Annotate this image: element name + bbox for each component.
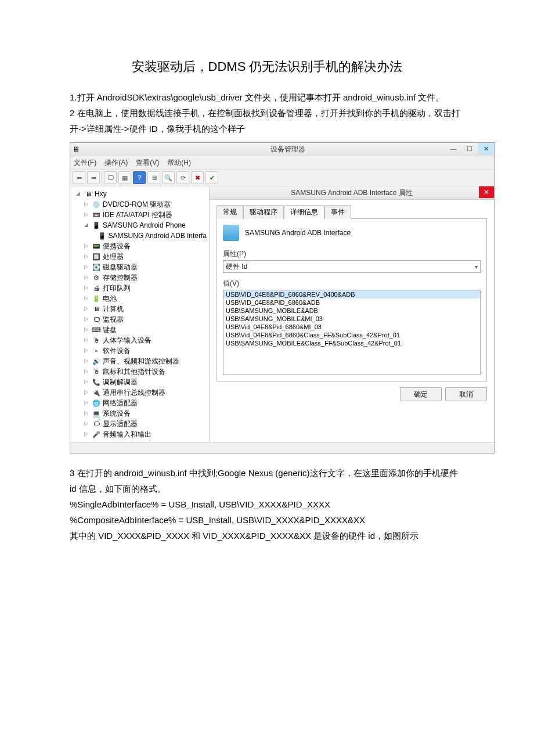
paragraph-3: 3 在打开的 android_winusb.inf 中找到;Google Nex… [70,465,464,496]
code-line-2: %CompositeAdbInterface% = USB_Install, U… [70,512,464,528]
cancel-button[interactable]: 取消 [445,387,487,401]
battery-icon: 🔋 [92,294,100,303]
phone-icon: 📱 [92,221,100,229]
tab-panel-details: SAMSUNG Android ADB Interface 属性(P) 硬件 I… [217,218,487,381]
paragraph-2: 2 在电脑上，使用数据线连接手机，在控制面板找到设备管理器，打开并找到你的手机的… [70,105,464,136]
list-item[interactable]: USB\Vid_04E8&Pid_6860&Class_FF&SubClass_… [223,331,480,339]
tab-events[interactable]: 事件 [324,205,351,219]
keyboard-icon: ⌨ [92,326,100,334]
modem-icon: 📞 [92,378,100,386]
properties-dialog: SAMSUNG Android ADB Interface 属性 ✕ 常规 驱动… [210,186,494,442]
monitor-icon: 🖵 [92,315,100,323]
statusbar [70,442,494,453]
tab-details[interactable]: 详细信息 [284,205,324,219]
minimize-button[interactable]: — [445,143,461,154]
back-icon[interactable]: ⬅ [73,171,85,184]
enable-icon[interactable]: ✔ [205,171,218,184]
sound-icon: 🔊 [92,357,100,365]
software-icon: ▫ [92,347,100,355]
printer-icon: 🖨 [92,284,100,292]
menu-file[interactable]: 文件(F) [74,158,96,168]
network-icon: 🌐 [92,399,100,407]
scan-icon[interactable]: 🔍 [162,171,175,184]
screenshot-device-manager: 🖥 设备管理器 — ☐ ✕ 文件(F) 操作(A) 查看(V) 帮助(H) ⬅ … [70,142,495,453]
list-item[interactable]: USB\VID_04E8&PID_6860&REV_0400&ADB [223,290,480,298]
phone-icon: 📱 [98,232,106,240]
display-icon: 🖵 [92,420,100,428]
menu-view[interactable]: 查看(V) [136,158,159,168]
property-label: 属性(P) [223,249,481,259]
toolbar: ⬅ ➡ 🖵 ▦ ? 🖥 🔍 ⟳ ✖ ✔ [70,170,494,186]
usb-icon: 🔌 [92,388,100,397]
disc-icon: 💿 [92,200,100,208]
tab-general[interactable]: 常规 [217,205,243,219]
cpu-icon: 🔲 [92,253,100,261]
list-item[interactable]: USB\SAMSUNG_MOBILE&MI_03 [223,315,480,323]
computer-icon: 🖥 [92,305,100,313]
window-titlebar: 🖥 设备管理器 — ☐ ✕ [70,143,494,156]
mouse-icon: 🖱 [92,368,100,376]
ok-button[interactable]: 确定 [400,387,442,401]
disk-icon: 💽 [92,263,100,271]
list-item[interactable]: USB\Vid_04E8&Pid_6860&MI_03 [223,323,480,331]
audio-icon: 🎤 [92,430,100,438]
device-name: SAMSUNG Android ADB Interface [245,229,351,237]
hid-icon: 🖱 [92,336,100,344]
screen-icon[interactable]: 🖵 [104,171,117,184]
forward-icon[interactable]: ➡ [87,171,100,184]
remove-icon[interactable]: ✖ [191,171,204,184]
tabs: 常规 驱动程序 详细信息 事件 [210,200,494,218]
tab-driver[interactable]: 驱动程序 [243,205,284,219]
hardware-id-list[interactable]: USB\VID_04E8&PID_6860&REV_0400&ADB USB\V… [223,290,481,375]
dialog-close-button[interactable]: ✕ [479,186,494,198]
ide-icon: 📼 [92,211,100,219]
storage-icon: ⚙ [92,273,100,282]
list-item[interactable]: USB\VID_04E8&PID_6860&ADB [223,298,480,307]
paragraph-1: 1.打开 AndroidSDK\extras\google\usb_driver… [70,89,464,105]
maximize-button[interactable]: ☐ [461,143,478,154]
update-icon[interactable]: ⟳ [176,171,189,184]
properties-title: SAMSUNG Android ADB Interface 属性 [210,188,494,198]
device-tree[interactable]: ◢🖥Hxy ▷💿DVD/CD-ROM 驱动器 ▷📼IDE ATA/ATAPI 控… [70,186,210,442]
property-select[interactable]: 硬件 Id ▾ [223,260,481,273]
menu-help[interactable]: 帮助(H) [167,158,191,168]
paragraph-4: 其中的 VID_XXXX&PID_XXXX 和 VID_XXXX&PID_XXX… [70,528,464,543]
value-label: 值(V) [223,279,481,289]
page-icon[interactable]: ▦ [118,171,131,184]
device-icon [223,225,239,241]
doc-title: 安装驱动后，DDMS 仍无法识别手机的解决办法 [70,58,464,75]
help-icon[interactable]: ? [133,171,146,184]
computer-icon: 🖥 [70,145,82,153]
list-item[interactable]: USB\SAMSUNG_MOBILE&Class_FF&SubClass_42&… [223,339,480,347]
close-button[interactable]: ✕ [478,143,494,154]
menu-action[interactable]: 操作(A) [104,158,128,168]
portable-icon: 📟 [92,242,100,250]
chevron-down-icon: ▾ [475,264,478,270]
list-item[interactable]: USB\SAMSUNG_MOBILE&ADB [223,307,480,315]
system-icon: 💻 [92,409,100,417]
window-title: 设备管理器 [82,145,494,154]
monitor-icon[interactable]: 🖥 [147,171,160,184]
menubar: 文件(F) 操作(A) 查看(V) 帮助(H) [70,156,494,170]
code-line-1: %SingleAdbInterface% = USB_Install, USB\… [70,496,464,512]
computer-icon: 🖥 [84,190,92,198]
